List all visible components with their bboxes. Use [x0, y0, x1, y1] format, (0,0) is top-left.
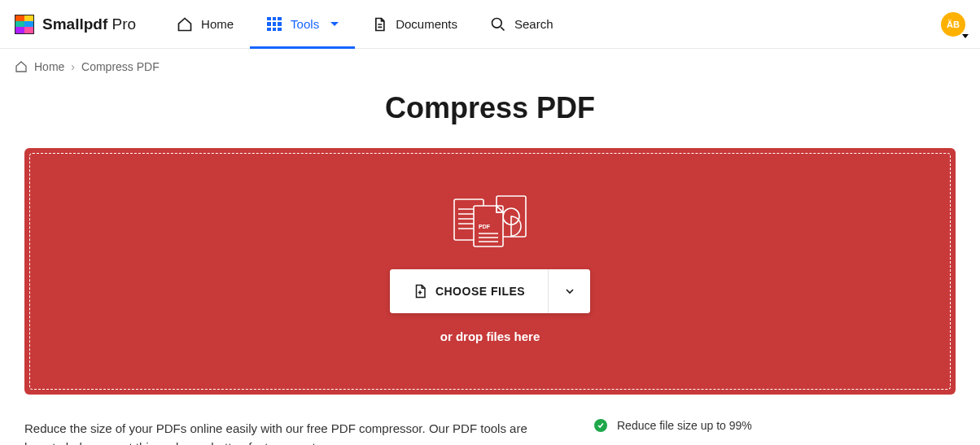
- check-circle-icon: [594, 419, 607, 432]
- svg-text:PDF: PDF: [479, 224, 491, 229]
- feature-item: Reduce file size up to 99%: [594, 419, 895, 432]
- tool-description: Reduce the size of your PDFs online easi…: [24, 419, 545, 445]
- breadcrumb-home[interactable]: Home: [34, 60, 64, 73]
- choose-source-dropdown[interactable]: [548, 269, 590, 313]
- choose-files-group: CHOOSE FILES: [390, 269, 590, 313]
- search-icon: [490, 16, 506, 33]
- dropzone-inner: PDF CHOOSE FILES or drop files here: [29, 153, 951, 390]
- chevron-down-icon: [330, 22, 339, 26]
- file-plus-icon: [413, 283, 427, 299]
- nav-documents[interactable]: Documents: [355, 0, 474, 48]
- files-illustration-icon: PDF: [449, 193, 531, 253]
- chevron-down-icon: [962, 34, 969, 38]
- breadcrumb-current: Compress PDF: [81, 60, 160, 73]
- breadcrumb-separator: ›: [71, 60, 75, 73]
- nav-documents-label: Documents: [396, 17, 457, 31]
- feature-text: Reduce file size up to 99%: [617, 419, 752, 432]
- nav-search-label: Search: [514, 17, 553, 31]
- feature-list: Reduce file size up to 99%: [594, 419, 895, 432]
- user-menu[interactable]: ÄB: [941, 12, 965, 37]
- upload-dropzone[interactable]: PDF CHOOSE FILES or drop files here: [24, 148, 956, 395]
- breadcrumb: Home › Compress PDF: [0, 49, 980, 85]
- nav-home-label: Home: [201, 17, 234, 31]
- primary-nav: Home Tools Documents Search: [160, 0, 569, 48]
- avatar: ÄB: [941, 12, 965, 37]
- logo-icon: [15, 15, 34, 34]
- brand-logo[interactable]: Smallpdf Pro: [15, 15, 136, 34]
- page-title: Compress PDF: [0, 91, 980, 125]
- below-section: Reduce the size of your PDFs online easi…: [24, 419, 956, 445]
- brand-text: Smallpdf Pro: [42, 15, 136, 33]
- nav-search[interactable]: Search: [474, 0, 570, 48]
- choose-files-button[interactable]: CHOOSE FILES: [390, 269, 548, 313]
- drop-hint: or drop files here: [440, 329, 540, 343]
- nav-tools-label: Tools: [291, 17, 319, 31]
- chevron-down-icon: [563, 285, 576, 298]
- choose-files-label: CHOOSE FILES: [435, 285, 525, 298]
- home-icon: [15, 60, 28, 73]
- top-nav: Smallpdf Pro Home Tools Documents: [0, 0, 980, 49]
- documents-icon: [371, 16, 387, 33]
- svg-point-0: [492, 18, 502, 28]
- nav-home[interactable]: Home: [160, 0, 250, 48]
- home-icon: [177, 16, 193, 33]
- nav-tools[interactable]: Tools: [250, 0, 355, 48]
- grid-icon: [266, 16, 282, 33]
